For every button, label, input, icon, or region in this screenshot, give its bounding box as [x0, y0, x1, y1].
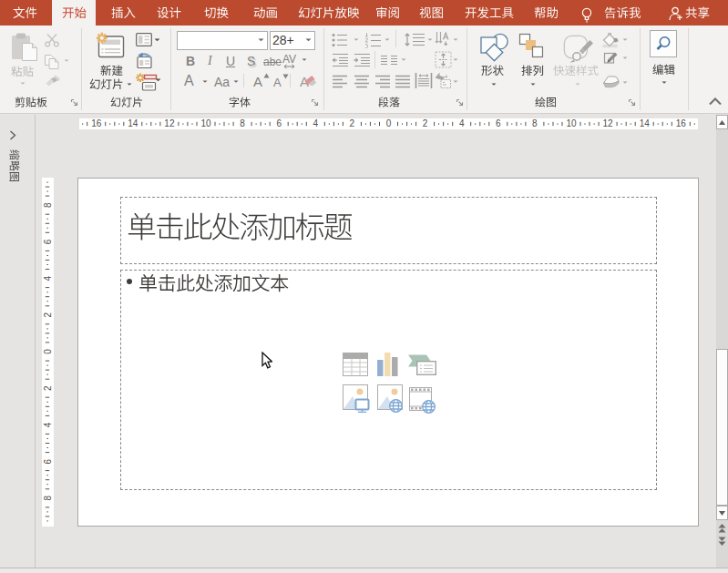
svg-text:14: 14: [640, 118, 651, 128]
svg-text:4: 4: [43, 422, 53, 427]
svg-text:0: 0: [386, 118, 392, 128]
svg-text:14: 14: [128, 118, 138, 128]
svg-text:12: 12: [164, 118, 175, 128]
svg-text:6: 6: [43, 239, 53, 244]
svg-text:16: 16: [676, 118, 687, 128]
svg-text:4: 4: [43, 275, 53, 281]
svg-text:2: 2: [350, 118, 355, 128]
svg-text:10: 10: [566, 118, 577, 128]
svg-text:12: 12: [603, 118, 614, 128]
svg-text:6: 6: [276, 118, 282, 128]
svg-text:8: 8: [532, 118, 538, 128]
svg-text:8: 8: [43, 202, 53, 208]
svg-text:6: 6: [496, 118, 501, 128]
svg-text:2: 2: [43, 385, 53, 391]
svg-text:2: 2: [423, 118, 428, 128]
svg-text:6: 6: [43, 458, 53, 464]
svg-text:8: 8: [43, 496, 53, 501]
svg-text:4: 4: [313, 118, 319, 128]
svg-text:8: 8: [240, 118, 245, 128]
svg-text:16: 16: [91, 118, 102, 128]
svg-text:10: 10: [200, 118, 211, 128]
svg-text:2: 2: [43, 312, 53, 318]
svg-text:4: 4: [459, 118, 465, 128]
svg-text:0: 0: [43, 349, 53, 354]
